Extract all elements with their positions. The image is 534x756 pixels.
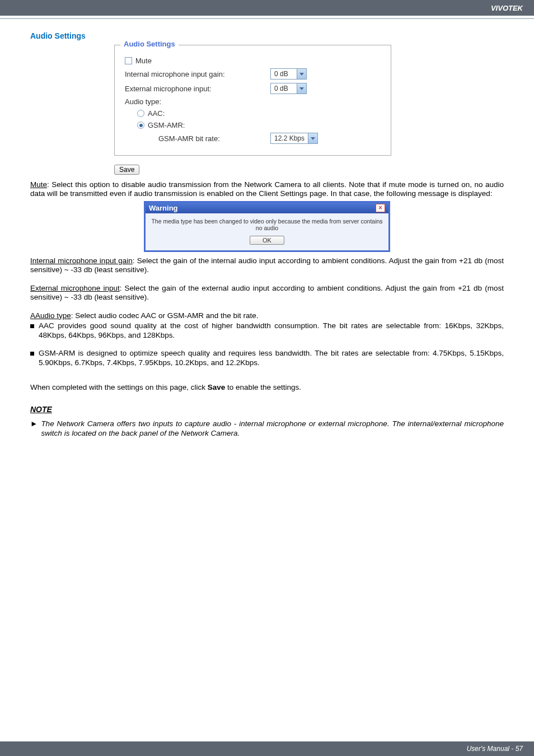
gsm-bitrate-select[interactable]: 12.2 Kbps [270,133,318,144]
mute-row: Mute [125,57,384,65]
internal-gain-paragraph: Internal microphone input gain: Select t… [30,256,504,275]
aac-label: AAC: [148,109,165,118]
triangle-right-icon: ► [30,419,38,429]
internal-gain-select[interactable]: 0 dB [270,68,307,80]
audio-type-row: Audio type: [125,97,384,106]
mute-label: Mute [135,57,152,65]
chevron-down-icon [297,83,306,94]
save-paragraph: When completed with the settings on this… [30,383,504,392]
internal-gain-row: Internal microphone input gain: 0 dB [125,68,384,80]
audio-type-paragraph: AAudio type: Select audio codec AAC or G… [30,311,504,320]
warning-body: The media type has been changed to video… [146,213,388,250]
mute-underline: Mute [30,180,47,189]
bullet-aac: AAC provides good sound quality at the c… [30,321,504,340]
aac-radio[interactable] [137,110,144,117]
header-divider [0,18,534,19]
external-input-value: 0 dB [271,85,297,92]
audio-type-label: Audio type: [125,97,161,106]
external-input-row: External microphone input: 0 dB [125,83,384,94]
square-bullet-icon [30,352,34,356]
gsm-bitrate-label: GSM-AMR bit rate: [158,134,270,143]
external-input-underline: External microphone input [30,284,120,292]
save-button[interactable]: Save [114,165,139,175]
note-body: The Network Camera offers two inputs to … [41,419,504,438]
close-icon[interactable]: × [376,204,385,212]
ok-button[interactable]: OK [250,236,284,245]
header-bar: VIVOTEK [0,0,534,16]
internal-gain-underline: Internal microphone input gain [30,256,133,265]
warning-titlebar: Warning × [146,203,388,213]
square-bullet-icon [30,324,34,328]
page-content: Audio Settings Audio Settings Mute Inter… [0,31,534,438]
mute-checkbox[interactable] [125,57,132,64]
audio-settings-fieldset: Audio Settings Mute Internal microphone … [114,45,391,156]
footer-bar: User's Manual - 57 [0,741,534,756]
external-input-label: External microphone input: [125,85,270,93]
gsm-bitrate-value: 12.2 Kbps [271,134,308,142]
fieldset-legend: Audio Settings [120,40,179,48]
internal-gain-label: Internal microphone input gain: [125,70,270,78]
section-title: Audio Settings [30,31,504,40]
gsm-amr-radio[interactable] [137,122,144,129]
warning-message: The media type has been changed to video… [151,218,383,231]
note-row: ► The Network Camera offers two inputs t… [30,419,504,438]
bullet-gsm: GSM-ARM is designed to optimize speech q… [30,349,504,367]
mute-paragraph: Mute: Select this option to disable audi… [30,180,504,199]
gsm-amr-label: GSM-AMR: [148,121,185,129]
footer-text: User's Manual - 57 [467,745,523,753]
external-input-paragraph: External microphone input: Select the ga… [30,284,504,302]
gsm-amr-row: GSM-AMR: [125,121,384,129]
external-input-select[interactable]: 0 dB [270,83,307,94]
chevron-down-icon [308,133,317,143]
note-heading: NOTE [30,405,504,414]
aac-row: AAC: [125,109,384,118]
chevron-down-icon [297,69,306,79]
gsm-bitrate-row: GSM-AMR bit rate: 12.2 Kbps [125,133,384,144]
warning-dialog: Warning × The media type has been change… [144,201,390,252]
warning-title-text: Warning [149,204,178,212]
audio-type-underline: AAudio type [30,311,71,320]
brand-label: VIVOTEK [491,4,523,12]
internal-gain-value: 0 dB [271,70,297,78]
